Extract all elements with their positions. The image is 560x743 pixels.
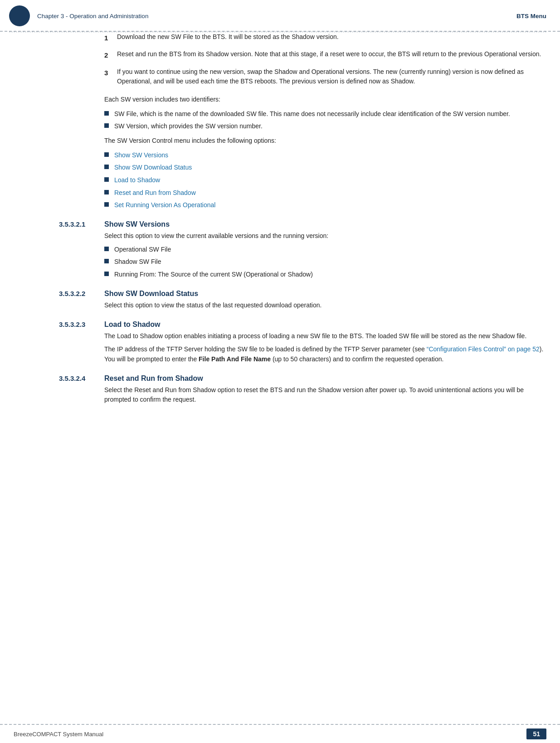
section-3524-body: Select the Reset and Run from Shadow opt… <box>104 385 546 405</box>
bullet-square-icon <box>104 202 109 207</box>
step-3-text: If you want to continue using the new ve… <box>117 67 546 87</box>
menu-link-load-shadow: Load to Shadow <box>104 175 546 185</box>
section-3523-body1: The Load to Shadow option enables initia… <box>104 331 546 341</box>
identifier-1-text: SW File, which is the name of the downlo… <box>114 109 546 119</box>
section-3-5-3-2-2: 3.5.3.2.2 Show SW Download Status Select… <box>104 290 546 311</box>
menu-link-3: Load to Shadow <box>114 175 546 185</box>
section-3521-bullets: Operational SW File Shadow SW File Runni… <box>104 245 546 280</box>
menu-link-2: Show SW Download Status <box>114 163 546 173</box>
set-running-operational-link[interactable]: Set Running Version As Operational <box>114 201 215 209</box>
section-3524-title: Reset and Run from Shadow <box>104 374 203 383</box>
bullet-square-icon <box>104 247 109 251</box>
step-3: 3 If you want to continue using the new … <box>104 67 546 87</box>
section-title: BTS Menu <box>516 13 546 19</box>
bullet-square-icon <box>104 272 109 276</box>
bullet-square-icon <box>104 123 109 128</box>
config-files-link[interactable]: “Configuration Files Control” on page 52 <box>427 345 540 353</box>
bullet-operational-sw: Operational SW File <box>104 245 546 255</box>
step-3-number: 3 <box>104 67 117 87</box>
bullet-square-icon <box>104 177 109 182</box>
section-3521-title: Show SW Versions <box>104 220 170 228</box>
step-2: 2 Reset and run the BTS from its Shadow … <box>104 49 546 60</box>
bullet-shadow-sw: Shadow SW File <box>104 257 546 267</box>
main-content-area: 1 Download the new SW File to the BTS. I… <box>14 32 546 405</box>
bullet-shadow-sw-text: Shadow SW File <box>114 257 546 267</box>
step-2-number: 2 <box>104 49 117 60</box>
menu-link-4: Reset and Run from Shadow <box>114 188 546 198</box>
identifiers-list: SW File, which is the name of the downlo… <box>104 109 546 131</box>
identifier-item-1: SW File, which is the name of the downlo… <box>104 109 546 119</box>
menu-intro: The SW Version Control menu includes the… <box>104 136 546 146</box>
identifier-item-2: SW Version, which provides the SW versio… <box>104 121 546 131</box>
bullet-running-from: Running From: The Source of the current … <box>104 270 546 280</box>
section-3-5-3-2-3: 3.5.3.2.3 Load to Shadow The Load to Sha… <box>104 321 546 364</box>
section-3523-title: Load to Shadow <box>104 321 161 329</box>
menu-link-set-operational: Set Running Version As Operational <box>104 200 546 210</box>
menu-links-list: Show SW Versions Show SW Download Status… <box>104 151 546 210</box>
document-body: 1 Download the new SW File to the BTS. I… <box>0 32 560 445</box>
menu-link-1: Show SW Versions <box>114 151 546 160</box>
bullet-square-icon <box>104 152 109 157</box>
load-to-shadow-link[interactable]: Load to Shadow <box>114 176 160 184</box>
section-3522-body: Select this option to view the status of… <box>104 301 546 311</box>
footer-brand-text: BreezeCOMPACT System Manual <box>14 731 103 738</box>
section-3521-intro: Select this option to view the current a… <box>104 231 546 241</box>
section-3522-number: 3.5.3.2.2 <box>59 290 104 297</box>
identifier-2-text: SW Version, which provides the SW versio… <box>114 121 546 131</box>
bullet-square-icon <box>104 190 109 194</box>
section-3523-body2-before: The IP address of the TFTP Server holdin… <box>104 345 427 353</box>
chapter-title: Chapter 3 - Operation and Administration <box>37 13 516 19</box>
numbered-steps-list: 1 Download the new SW File to the BTS. I… <box>104 32 546 87</box>
menu-link-show-versions: Show SW Versions <box>104 151 546 160</box>
step-1: 1 Download the new SW File to the BTS. I… <box>104 32 546 43</box>
menu-link-5: Set Running Version As Operational <box>114 200 546 210</box>
bullet-square-icon <box>104 165 109 169</box>
section-3521-number: 3.5.3.2.1 <box>59 220 104 228</box>
bullet-square-icon <box>104 259 109 263</box>
step-2-text: Reset and run the BTS from its Shadow ve… <box>117 49 546 60</box>
bullet-running-from-text: Running From: The Source of the current … <box>114 270 546 280</box>
footer-page-number: 51 <box>526 728 546 739</box>
page-footer: BreezeCOMPACT System Manual 51 <box>0 724 560 743</box>
section-3523-body2: The IP address of the TFTP Server holdin… <box>104 345 546 364</box>
section-3-5-3-2-4: 3.5.3.2.4 Reset and Run from Shadow Sele… <box>104 374 546 405</box>
bullet-operational-sw-text: Operational SW File <box>114 245 546 255</box>
show-sw-versions-link[interactable]: Show SW Versions <box>114 151 168 159</box>
chapter-icon <box>9 5 30 26</box>
section-3523-body2-bold: File Path And File Name <box>199 355 271 363</box>
step-1-number: 1 <box>104 32 117 43</box>
step-1-text: Download the new SW File to the BTS. It … <box>117 32 546 43</box>
section-3523-body2-end: (up to 50 characters) and to confirm the… <box>271 355 443 363</box>
show-sw-download-status-link[interactable]: Show SW Download Status <box>114 164 192 171</box>
section-3522-title: Show SW Download Status <box>104 290 198 298</box>
section-3524-number: 3.5.3.2.4 <box>59 374 104 382</box>
section-3-5-3-2-1: 3.5.3.2.1 Show SW Versions Select this o… <box>104 220 546 280</box>
page-header: Chapter 3 - Operation and Administration… <box>0 0 560 32</box>
identifiers-intro: Each SW version includes two identifiers… <box>104 95 546 105</box>
bullet-square-icon <box>104 111 109 116</box>
section-3523-number: 3.5.3.2.3 <box>59 321 104 328</box>
reset-run-shadow-link[interactable]: Reset and Run from Shadow <box>114 189 196 196</box>
menu-link-download-status: Show SW Download Status <box>104 163 546 173</box>
menu-link-reset-shadow: Reset and Run from Shadow <box>104 188 546 198</box>
